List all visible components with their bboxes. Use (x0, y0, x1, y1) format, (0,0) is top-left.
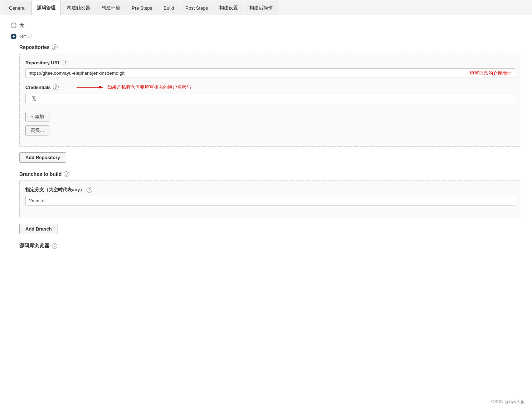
branch-input[interactable] (25, 196, 515, 206)
branch-field-help-icon[interactable]: ? (87, 187, 92, 193)
tab-build[interactable]: Build (158, 1, 179, 14)
repo-url-help-icon[interactable]: ? (63, 60, 68, 65)
tab-poststeps[interactable]: Post Steps (180, 1, 213, 14)
source-browser-help-icon[interactable]: ? (52, 243, 57, 249)
branches-box: 指定分支（为空时代表any） ? (19, 181, 521, 218)
add-credentials-button[interactable]: + 添加 (25, 112, 49, 122)
radio-none-circle[interactable] (11, 23, 16, 28)
tab-settings[interactable]: 构建设置 (214, 1, 243, 15)
add-repository-row: Add Repository (19, 152, 521, 163)
radio-none-option[interactable]: 无 (11, 22, 521, 29)
credentials-select[interactable]: - 无 - (25, 94, 515, 103)
branches-help-icon[interactable]: ? (64, 171, 69, 177)
arrow-right-icon (77, 84, 105, 91)
repository-box: Repository URL ? 填写自己的仓库地址 Credentials ? (19, 54, 521, 147)
branch-field-label: 指定分支（为空时代表any） ? (25, 187, 515, 193)
tab-env[interactable]: 构建环境 (96, 1, 126, 15)
add-branch-button[interactable]: Add Branch (19, 224, 58, 234)
tab-general[interactable]: General (4, 1, 31, 14)
add-credentials-row: + 添加 (25, 112, 515, 122)
attribution: CSDN @Ayu大象 (491, 399, 525, 405)
add-branch-row: Add Branch (19, 224, 521, 234)
add-repository-button[interactable]: Add Repository (19, 152, 66, 163)
radio-git-label: Git (19, 34, 26, 39)
repositories-help-icon[interactable]: ? (52, 44, 58, 50)
tab-presteps[interactable]: Pre Steps (126, 1, 157, 14)
repo-url-input[interactable] (25, 68, 515, 78)
tab-bar: General 源码管理 构建触发器 构建环境 Pre Steps Build … (0, 0, 532, 15)
advanced-btn-row: 高级... (25, 125, 515, 135)
credentials-help-icon[interactable]: ? (53, 84, 59, 90)
main-content: 无 Git ? Repositories ? Repository URL ? … (0, 15, 532, 410)
credentials-annotation-row: 如果是私有仓库要填写相关的用户名密码 (77, 84, 191, 91)
tab-postbuild[interactable]: 构建后操作 (244, 1, 278, 15)
branches-section-label: Branches to build ? (19, 171, 521, 177)
advanced-button[interactable]: 高级... (25, 125, 49, 135)
git-help-icon[interactable]: ? (26, 34, 31, 39)
radio-none-label: 无 (19, 22, 24, 29)
tab-source[interactable]: 源码管理 (31, 1, 61, 15)
radio-git-circle[interactable] (11, 34, 16, 39)
credentials-label-row: Credentials ? 如果是私有仓库要填写相关的用户名密码 (25, 84, 515, 91)
repo-url-label: Repository URL ? (25, 60, 515, 65)
tab-trigger[interactable]: 构建触发器 (62, 1, 96, 15)
credentials-annotation-text: 如果是私有仓库要填写相关的用户名密码 (107, 84, 191, 90)
repo-url-row: 填写自己的仓库地址 (25, 68, 515, 78)
credentials-label: Credentials ? (25, 84, 59, 90)
repositories-section-label: Repositories ? (19, 44, 521, 50)
credentials-select-wrapper: - 无 - (25, 94, 515, 108)
source-browser-section-label: 源码库浏览器 ? (19, 243, 521, 249)
radio-git-option[interactable]: Git ? (11, 34, 521, 39)
